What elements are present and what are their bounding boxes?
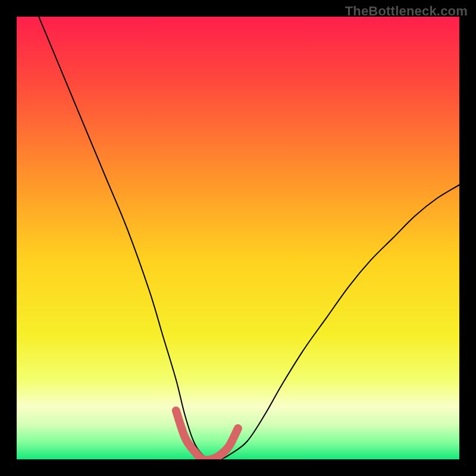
chart-frame: TheBottleneck.com: [0, 0, 476, 476]
chart-svg: [17, 17, 459, 459]
chart-plot-area: [17, 17, 459, 459]
